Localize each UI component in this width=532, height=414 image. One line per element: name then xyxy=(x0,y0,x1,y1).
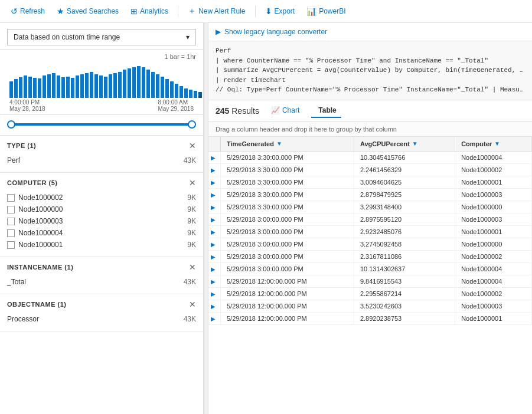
tab-chart-label: Chart xyxy=(282,106,299,114)
row-expand[interactable]: ▶ xyxy=(208,312,221,324)
analytics-button[interactable]: ⊞ Analytics xyxy=(126,4,173,18)
panel-divider[interactable] xyxy=(204,23,208,414)
time-slider[interactable] xyxy=(0,115,203,136)
new-alert-label: New Alert Rule xyxy=(198,7,245,15)
histogram-bar xyxy=(104,77,107,98)
histogram-bar xyxy=(33,78,37,98)
type-filter-title: TYPE (1) xyxy=(7,142,36,149)
column-header-label: AvgCPUPercent xyxy=(360,140,410,147)
date-start: 4:00:00 PM May 28, 2018 xyxy=(9,99,45,112)
table-row[interactable]: ▶ 5/29/2018 3:00:00.000 PM 2.8975595120 … xyxy=(208,213,532,225)
table-row[interactable]: ▶ 5/29/2018 3:00:00.000 PM 2.3167811086 … xyxy=(208,250,532,262)
histogram-bar xyxy=(80,74,84,98)
filter-row-left: Node1000004 xyxy=(7,229,63,237)
table-row[interactable]: ▶ 5/29/2018 12:00:00.000 PM 2.2955867214… xyxy=(208,287,532,300)
column-filter-icon[interactable]: ▼ xyxy=(412,140,418,147)
table-column-header[interactable]: AvgCPUPercent▼ xyxy=(354,137,455,152)
histogram-bar xyxy=(24,75,27,98)
expand-icon: ▶ xyxy=(211,179,216,186)
slider-handle-right[interactable] xyxy=(188,120,196,129)
filter-checkbox[interactable] xyxy=(7,241,15,249)
new-alert-button[interactable]: ＋ New Alert Rule xyxy=(183,4,250,19)
instancename-filter-close[interactable]: ✕ xyxy=(189,263,196,271)
date-end: 8:00:00 AM May 29, 2018 xyxy=(158,99,194,112)
histogram-bar xyxy=(9,81,13,98)
table-row[interactable]: ▶ 5/29/2018 3:30:00.000 PM 10.3045415766… xyxy=(208,151,532,163)
filter-item-count: 9K xyxy=(187,205,196,213)
histogram-label: 1 bar = 1hr xyxy=(7,53,196,60)
column-filter-icon[interactable]: ▼ xyxy=(276,140,282,147)
data-table-container[interactable]: TimeGenerated▼AvgCPUPercent▼Computer▼ ▶ … xyxy=(208,137,532,415)
cell-computer: Node1000000 xyxy=(455,201,532,213)
table-header: TimeGenerated▼AvgCPUPercent▼Computer▼ xyxy=(208,137,532,152)
histogram-bar xyxy=(118,72,122,98)
table-row[interactable]: ▶ 5/29/2018 3:00:00.000 PM 10.1314302637… xyxy=(208,262,532,275)
time-range-dropdown[interactable]: Data based on custom time range ▾ xyxy=(7,29,196,45)
row-expand[interactable]: ▶ xyxy=(208,176,221,188)
row-expand[interactable]: ▶ xyxy=(208,250,221,262)
row-expand[interactable]: ▶ xyxy=(208,275,221,287)
cell-time: 5/29/2018 3:00:00.000 PM xyxy=(221,225,354,238)
filter-checkbox[interactable] xyxy=(7,194,15,202)
cell-computer: Node1000000 xyxy=(455,238,532,250)
table-column-header[interactable]: TimeGenerated▼ xyxy=(221,137,354,152)
table-row[interactable]: ▶ 5/29/2018 3:00:00.000 PM 3.2745092458 … xyxy=(208,238,532,250)
table-row[interactable]: ▶ 5/29/2018 3:30:00.000 PM 2.2461456329 … xyxy=(208,163,532,176)
cell-avg: 2.8975595120 xyxy=(354,213,455,225)
objectname-filter-close[interactable]: ✕ xyxy=(189,300,196,308)
analytics-icon: ⊞ xyxy=(130,6,138,16)
cell-time: 5/29/2018 12:00:00.000 PM xyxy=(221,287,354,300)
cell-computer: Node1000001 xyxy=(455,312,532,324)
filter-checkbox[interactable] xyxy=(7,206,15,213)
table-row[interactable]: ▶ 5/29/2018 3:30:00.000 PM 2.8798479925 … xyxy=(208,188,532,201)
saved-searches-button[interactable]: ★ Saved Searches xyxy=(52,4,123,18)
export-button[interactable]: ⬇ Export xyxy=(260,4,300,18)
computer-filter-close[interactable]: ✕ xyxy=(189,179,196,187)
cell-avg: 3.5230242603 xyxy=(354,300,455,312)
row-expand[interactable]: ▶ xyxy=(208,300,221,312)
histogram-bar xyxy=(14,79,18,98)
row-expand[interactable]: ▶ xyxy=(208,287,221,300)
histogram-bar xyxy=(52,73,56,98)
filter-checkbox[interactable] xyxy=(7,218,15,225)
row-expand[interactable]: ▶ xyxy=(208,201,221,213)
row-expand[interactable]: ▶ xyxy=(208,213,221,225)
column-filter-icon[interactable]: ▼ xyxy=(494,140,500,147)
histogram-bar xyxy=(38,78,41,98)
table-column-header[interactable]: Computer▼ xyxy=(455,137,532,152)
filter-item-count: 43K xyxy=(184,315,196,323)
query-line: // Oql: Type=Perf CounterName="% Process… xyxy=(216,85,525,95)
row-expand[interactable]: ▶ xyxy=(208,238,221,250)
tab-chart[interactable]: 📈 Chart xyxy=(266,104,304,118)
refresh-button[interactable]: ↺ Refresh xyxy=(6,4,50,18)
row-expand[interactable]: ▶ xyxy=(208,151,221,163)
histogram-bar xyxy=(99,75,103,98)
table-row[interactable]: ▶ 5/29/2018 3:30:00.000 PM 3.0094604625 … xyxy=(208,176,532,188)
results-number: 245 xyxy=(216,106,229,116)
filter-item-name: Node1000001 xyxy=(18,241,63,249)
row-expand[interactable]: ▶ xyxy=(208,225,221,238)
histogram-bar xyxy=(179,86,183,98)
cell-time: 5/29/2018 3:30:00.000 PM xyxy=(221,188,354,201)
table-row[interactable]: ▶ 5/29/2018 12:00:00.000 PM 2.8920238753… xyxy=(208,312,532,324)
list-item: Processor 43K xyxy=(7,313,196,325)
date-start-date: May 28, 2018 xyxy=(9,106,45,112)
drag-notice: Drag a column header and drop it here to… xyxy=(208,122,532,137)
filter-checkbox[interactable] xyxy=(7,229,15,237)
histogram-bar xyxy=(175,84,178,98)
type-filter-close[interactable]: ✕ xyxy=(189,142,196,150)
table-row[interactable]: ▶ 5/29/2018 12:00:00.000 PM 9.8416915543… xyxy=(208,275,532,287)
table-row[interactable]: ▶ 5/29/2018 3:00:00.000 PM 2.9232485076 … xyxy=(208,225,532,238)
table-row[interactable]: ▶ 5/29/2018 3:30:00.000 PM 3.2993148400 … xyxy=(208,201,532,213)
tab-table[interactable]: Table xyxy=(311,104,341,118)
legacy-language-link[interactable]: Show legacy language converter xyxy=(224,28,327,36)
row-expand[interactable]: ▶ xyxy=(208,262,221,275)
cell-computer: Node1000002 xyxy=(455,250,532,262)
histogram-bar xyxy=(109,74,112,98)
row-expand[interactable]: ▶ xyxy=(208,188,221,201)
powerbi-button[interactable]: 📊 PowerBI xyxy=(302,4,350,18)
slider-handle-left[interactable] xyxy=(7,120,15,129)
row-expand[interactable]: ▶ xyxy=(208,163,221,176)
table-row[interactable]: ▶ 5/29/2018 12:00:00.000 PM 3.5230242603… xyxy=(208,300,532,312)
date-end-time: 8:00:00 AM xyxy=(158,99,194,106)
